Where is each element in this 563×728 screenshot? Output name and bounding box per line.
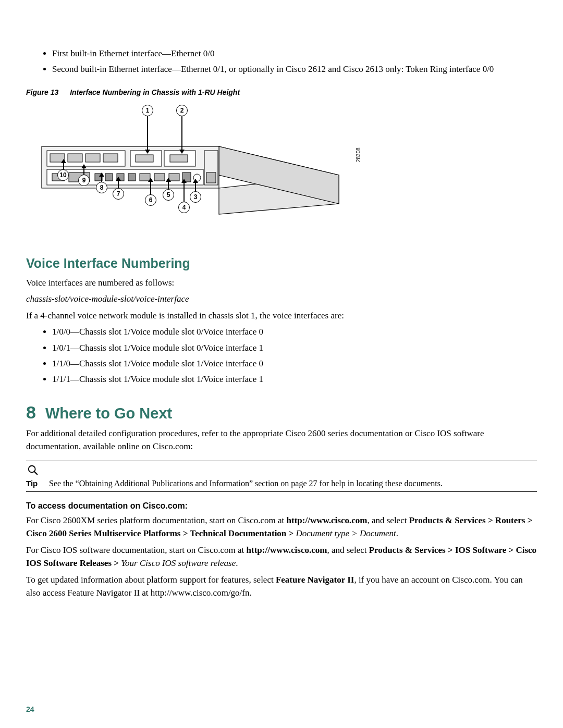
text: For Cisco 2600XM series platform documen…: [26, 515, 287, 525]
callout-pointer: [83, 167, 84, 175]
arrowhead-icon: [181, 179, 187, 183]
svg-rect-7: [85, 154, 100, 162]
voice-heading: Voice Interface Numbering: [26, 256, 537, 271]
text: .: [396, 528, 398, 538]
access-heading: To access documentation on Cisco.com:: [26, 501, 537, 511]
voice-condition: If a 4-channel voice network module is i…: [26, 309, 537, 323]
callout-3: 3: [190, 191, 201, 203]
svg-rect-17: [105, 174, 113, 181]
where-next-heading: 8Where to Go Next: [26, 402, 537, 423]
callout-pointer: [118, 180, 119, 188]
voice-format: chassis-slot/voice-module-slot/voice-int…: [26, 292, 537, 306]
chassis-illustration: [31, 131, 354, 219]
access-para-2: For Cisco IOS software documentation, st…: [26, 544, 537, 570]
list-item: Second built-in Ethernet interface—Ether…: [52, 63, 537, 76]
arrowhead-icon: [193, 179, 198, 183]
callout-pointer: [181, 116, 182, 151]
arrowhead-icon: [145, 150, 150, 154]
svg-rect-19: [128, 174, 136, 181]
svg-rect-26: [206, 172, 216, 183]
callout-4: 4: [178, 202, 190, 213]
access-para-1: For Cisco 2600XM series platform documen…: [26, 514, 537, 540]
callout-5: 5: [163, 189, 174, 201]
text: For Cisco IOS software documentation, st…: [26, 545, 247, 555]
tip-block: Tip See the “Obtaining Additional Public…: [26, 461, 537, 492]
arrowhead-icon: [61, 159, 66, 163]
list-item: 1/0/0—Chassis slot 1/Voice module slot 0…: [52, 325, 537, 339]
voice-list: 1/0/0—Chassis slot 1/Voice module slot 0…: [26, 325, 537, 386]
nav-variable: Your Cisco IOS software release: [121, 558, 236, 568]
figure-caption: Figure 13 Interface Numbering in Chassis…: [26, 88, 537, 96]
figure-title: Interface Numbering in Chassis with 1-RU…: [70, 88, 240, 96]
section-number: 8: [26, 402, 36, 422]
text: .: [236, 558, 238, 568]
list-item: First built-in Ethernet interface—Ethern…: [52, 47, 537, 60]
callout-pointer: [183, 182, 185, 202]
access-para-3: To get updated information about platfor…: [26, 573, 537, 600]
text: To get updated information about platfor…: [26, 575, 276, 585]
svg-rect-10: [136, 155, 153, 162]
top-bullet-list: First built-in Ethernet interface—Ethern…: [26, 47, 537, 77]
arrowhead-icon: [116, 177, 121, 181]
callout-pointer: [63, 162, 64, 169]
text: , and select: [327, 545, 369, 555]
nav-variable: Document type > Document: [296, 528, 396, 538]
arrowhead-icon: [179, 150, 185, 154]
voice-intro: Voice interfaces are numbered as follows…: [26, 276, 537, 290]
tip-text: See the “Obtaining Additional Publicatio…: [49, 479, 537, 488]
figure-id-label: 28308: [356, 147, 361, 162]
magnifier-icon: [27, 464, 39, 476]
arrowhead-icon: [81, 164, 87, 168]
section-title: Where to Go Next: [45, 405, 172, 422]
svg-rect-12: [170, 155, 188, 162]
callout-pointer: [195, 182, 196, 191]
arrowhead-icon: [148, 178, 153, 182]
callout-pointer: [147, 116, 148, 151]
url-text: http://www.cisco.com: [247, 545, 327, 555]
callout-9: 9: [78, 175, 90, 186]
feature-nav: Feature Navigator II: [276, 575, 354, 585]
arrowhead-icon: [99, 172, 104, 177]
svg-rect-21: [154, 174, 165, 181]
figure-number: Figure 13: [26, 88, 58, 96]
callout-1: 1: [142, 105, 153, 116]
text: , and select: [367, 515, 409, 525]
figure-diagram: 28308 1 2 3 4 5 6 7 8 9 10: [26, 100, 360, 235]
page-number: 24: [26, 705, 34, 713]
list-item: 1/1/1—Chassis slot 1/Voice module slot 1…: [52, 373, 537, 386]
list-item: 1/1/0—Chassis slot 1/Voice module slot 1…: [52, 357, 537, 371]
url-text: http://www.cisco.com: [287, 515, 368, 525]
callout-6: 6: [145, 194, 156, 206]
svg-rect-6: [68, 154, 82, 162]
tip-label: Tip: [26, 479, 42, 488]
callout-8: 8: [96, 182, 107, 193]
page: First built-in Ethernet interface—Ethern…: [0, 0, 563, 728]
callout-pointer: [168, 181, 169, 189]
svg-rect-8: [103, 154, 118, 162]
callout-pointer: [150, 181, 151, 194]
callout-10: 10: [57, 169, 69, 181]
callout-2: 2: [176, 105, 188, 116]
list-item: 1/0/1—Chassis slot 1/Voice module slot 0…: [52, 341, 537, 355]
arrowhead-icon: [166, 178, 171, 182]
svg-line-28: [34, 471, 38, 474]
where-next-intro: For additional detailed configuration pr…: [26, 427, 537, 453]
callout-7: 7: [113, 188, 124, 200]
